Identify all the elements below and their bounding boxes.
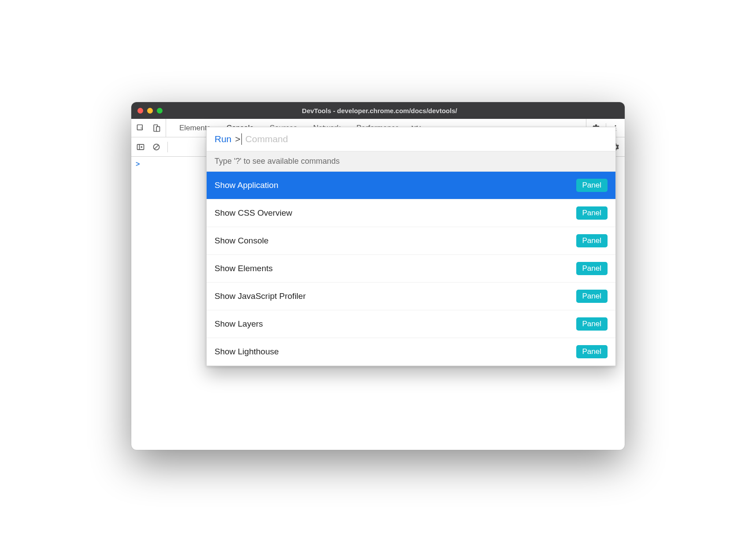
command-result-label: Show Lighthouse: [215, 347, 279, 357]
command-result-label: Show JavaScript Profiler: [215, 291, 306, 301]
inspect-element-icon[interactable]: [136, 123, 145, 133]
sidebar-toggle-icon[interactable]: [136, 142, 145, 152]
svg-rect-2: [156, 126, 160, 131]
clear-console-icon[interactable]: [152, 142, 161, 152]
svg-line-10: [154, 145, 159, 149]
command-result-label: Show Elements: [215, 264, 273, 273]
command-input-row: Run >: [207, 127, 615, 151]
command-hint: Type '?' to see available commands: [207, 151, 615, 172]
panel-badge: Panel: [576, 345, 608, 358]
devtools-window: DevTools - developer.chrome.com/docs/dev…: [131, 102, 625, 450]
svg-marker-8: [141, 146, 143, 148]
svg-rect-6: [137, 144, 144, 150]
command-result-label: Show Layers: [215, 319, 263, 329]
command-result[interactable]: Show Layers Panel: [207, 310, 615, 338]
window-title: DevTools - developer.chrome.com/docs/dev…: [141, 107, 619, 114]
command-result[interactable]: Show Console Panel: [207, 227, 615, 255]
run-prefix-label: Run: [215, 134, 232, 144]
console-prompt-caret: >: [136, 160, 140, 168]
command-result[interactable]: Show Lighthouse Panel: [207, 338, 615, 366]
command-result[interactable]: Show Elements Panel: [207, 255, 615, 283]
panel-badge: Panel: [576, 234, 608, 247]
command-result-label: Show Application: [215, 180, 278, 190]
command-input[interactable]: [245, 134, 608, 144]
command-palette: Run > Type '?' to see available commands…: [206, 127, 616, 366]
command-result[interactable]: Show CSS Overview Panel: [207, 199, 615, 227]
panel-badge: Panel: [576, 206, 608, 220]
command-results: Show Application Panel Show CSS Overview…: [207, 172, 615, 366]
panel-badge: Panel: [576, 179, 608, 192]
command-result[interactable]: Show JavaScript Profiler Panel: [207, 283, 615, 310]
titlebar: DevTools - developer.chrome.com/docs/dev…: [131, 102, 625, 119]
panel-badge: Panel: [576, 317, 608, 331]
separator: [167, 142, 168, 152]
svg-rect-0: [137, 125, 143, 130]
command-result[interactable]: Show Application Panel: [207, 172, 615, 199]
panel-badge: Panel: [576, 290, 608, 303]
run-prefix-symbol: >: [235, 134, 241, 144]
command-result-label: Show Console: [215, 236, 269, 246]
text-cursor: [241, 133, 242, 145]
device-toolbar-icon[interactable]: [152, 123, 161, 133]
panel-badge: Panel: [576, 262, 608, 275]
svg-point-3: [615, 125, 616, 126]
command-result-label: Show CSS Overview: [215, 208, 292, 218]
